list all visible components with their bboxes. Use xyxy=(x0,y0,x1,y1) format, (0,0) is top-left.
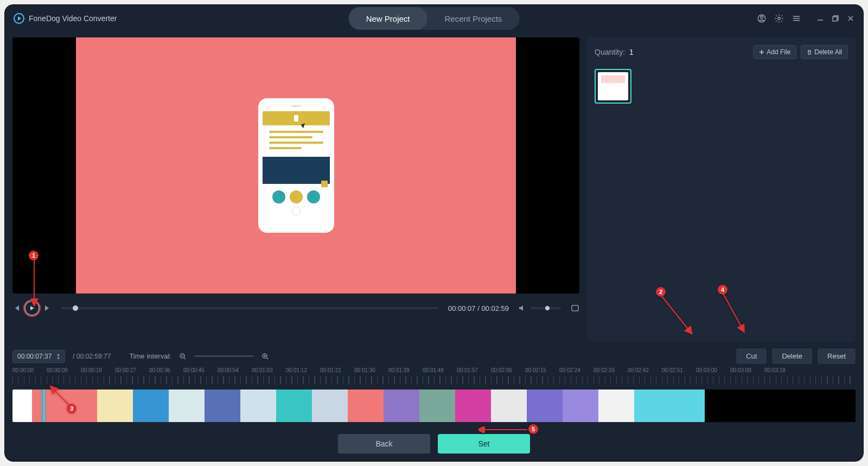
arrow-icon xyxy=(31,259,42,308)
player-controls: 00:00:07 / 00:02:59 xyxy=(12,299,579,317)
bottom-bar: Back Set xyxy=(5,426,863,461)
annotation-2: 2 xyxy=(656,287,666,297)
ruler-tick: 00:01:39 xyxy=(388,367,423,373)
tab-recent-projects[interactable]: Recent Projects xyxy=(427,7,519,30)
menu-icon[interactable] xyxy=(792,14,801,23)
volume-slider[interactable] xyxy=(531,307,561,309)
project-tabs: New Project Recent Projects xyxy=(349,7,520,30)
fullscreen-button[interactable] xyxy=(571,304,579,312)
svg-rect-3 xyxy=(833,17,837,21)
video-preview xyxy=(12,37,579,293)
annotation-3: 3 xyxy=(67,404,76,413)
timecode-input[interactable]: 00:00:07:37 ▲▼ xyxy=(12,350,65,363)
set-button[interactable]: Set xyxy=(438,434,530,454)
app-title: FoneDog Video Converter xyxy=(29,14,117,23)
clip-thumbnail[interactable] xyxy=(595,69,631,104)
annotation-4: 4 xyxy=(718,285,727,295)
volume-icon[interactable] xyxy=(518,304,526,312)
interval-label: Time interval: xyxy=(129,352,171,360)
svg-rect-4 xyxy=(572,305,578,311)
timeline-ruler: 00:00:0000:00:0900:00:1800:00:2700:00:36… xyxy=(5,366,863,374)
window-controls xyxy=(757,14,854,23)
time-step-down[interactable]: ▼ xyxy=(56,356,60,360)
settings-icon[interactable] xyxy=(774,14,784,23)
ruler-tick: 00:00:45 xyxy=(183,367,218,373)
ruler-tick: 00:00:00 xyxy=(12,367,47,373)
ruler-tick: 00:00:27 xyxy=(115,367,149,373)
volume-handle[interactable] xyxy=(545,306,550,310)
zoom-out-icon[interactable] xyxy=(179,353,187,360)
total-duration: / 00:02:59:77 xyxy=(73,353,111,360)
arrow-icon xyxy=(722,292,749,336)
zoom-slider[interactable] xyxy=(194,355,254,357)
prev-frame-button[interactable] xyxy=(12,304,20,312)
ruler-tick: 00:01:30 xyxy=(354,367,388,373)
timeline-track[interactable] xyxy=(12,390,856,422)
ruler-tick: 00:00:09 xyxy=(47,367,81,373)
progress-bar[interactable] xyxy=(61,307,438,309)
add-file-button[interactable]: Add File xyxy=(753,45,796,59)
ruler-tick: 00:03:18 xyxy=(764,367,799,373)
phone-graphic xyxy=(258,98,334,233)
arrow-icon xyxy=(478,426,528,433)
video-content xyxy=(76,37,516,293)
ruler-tick: 00:01:48 xyxy=(423,367,457,373)
back-button[interactable]: Back xyxy=(338,434,430,454)
ruler-tick: 00:02:51 xyxy=(662,367,696,373)
minimize-button[interactable] xyxy=(816,15,824,22)
ruler-tick: 00:03:00 xyxy=(696,367,730,373)
ruler-tick: 00:01:57 xyxy=(457,367,491,373)
annotation-1: 1 xyxy=(29,251,39,260)
progress-handle[interactable] xyxy=(73,305,78,311)
annotation-5: 5 xyxy=(528,424,538,434)
titlebar: FoneDog Video Converter New Project Rece… xyxy=(5,5,863,32)
svg-point-1 xyxy=(761,16,763,19)
close-button[interactable] xyxy=(847,15,854,22)
preview-column: 00:00:07 / 00:02:59 xyxy=(12,37,579,342)
playhead[interactable] xyxy=(43,390,44,422)
ruler-tick: 00:02:42 xyxy=(628,367,662,373)
delete-button[interactable]: Delete xyxy=(772,348,812,364)
maximize-button[interactable] xyxy=(832,15,839,22)
ruler-tick: 00:00:36 xyxy=(149,367,183,373)
svg-point-2 xyxy=(778,17,781,20)
time-display: 00:00:07 / 00:02:59 xyxy=(448,304,509,312)
thumbnail-list xyxy=(595,69,848,104)
ruler-tick: 00:02:06 xyxy=(491,367,525,373)
app-window: FoneDog Video Converter New Project Rece… xyxy=(4,4,864,462)
user-icon[interactable] xyxy=(757,14,767,23)
ruler-tick: 00:02:24 xyxy=(559,367,593,373)
arrow-icon xyxy=(660,295,698,338)
logo-icon xyxy=(14,13,24,24)
ruler-tick: 00:00:54 xyxy=(218,367,252,373)
next-frame-button[interactable] xyxy=(44,304,52,312)
sidebar: Quantity: 1 Add File Delete All xyxy=(587,37,856,342)
ruler-tick: 00:01:21 xyxy=(320,367,354,373)
ruler-tick: 00:02:33 xyxy=(593,367,628,373)
arrow-icon xyxy=(49,385,73,409)
tab-new-project[interactable]: New Project xyxy=(349,7,427,30)
ruler-tick: 00:02:15 xyxy=(525,367,559,373)
zoom-in-icon[interactable] xyxy=(261,353,269,360)
edit-toolbar: 00:00:07:37 ▲▼ / 00:02:59:77 Time interv… xyxy=(5,342,863,366)
ruler-tick: 00:01:03 xyxy=(252,367,286,373)
cut-button[interactable]: Cut xyxy=(736,348,767,364)
quantity-value: 1 xyxy=(629,48,634,56)
quantity-label: Quantity: xyxy=(595,48,625,56)
reset-button[interactable]: Reset xyxy=(818,348,856,364)
app-logo: FoneDog Video Converter xyxy=(14,13,117,24)
ruler-ticks xyxy=(12,376,856,384)
sidebar-header: Quantity: 1 Add File Delete All xyxy=(595,45,848,59)
delete-all-button[interactable]: Delete All xyxy=(801,45,848,59)
ruler-tick: 00:01:12 xyxy=(286,367,320,373)
ruler-tick: 00:03:09 xyxy=(730,367,764,373)
ruler-tick: 00:00:18 xyxy=(81,367,115,373)
